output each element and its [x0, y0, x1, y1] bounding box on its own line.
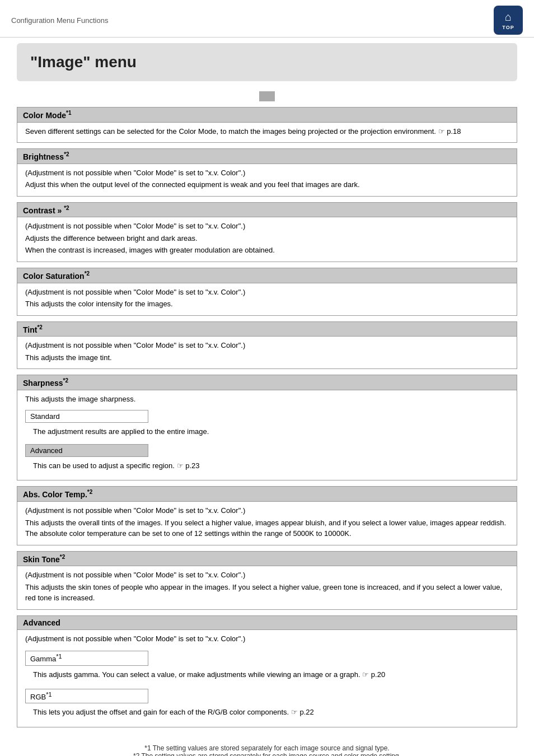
abs-color-temp-line2: This adjusts the overall tints of the im… [25, 517, 509, 539]
brightness-line2: Adjust this when the output level of the… [25, 179, 509, 190]
advanced-sharpness-text: This can be used to adjust a specific re… [33, 460, 501, 472]
section-header-skin-tone: Skin Tone*2 [17, 551, 517, 567]
subsection-header-advanced: Advanced [25, 444, 148, 457]
tint-line2: This adjusts the image tint. [25, 352, 509, 363]
subsection-gamma: Gamma*1 This adjusts gamma. You can sele… [25, 648, 509, 683]
section-body-tint: (Adjustment is not possible when "Color … [17, 337, 517, 369]
contrast-line2: Adjusts the difference between bright an… [25, 233, 509, 244]
gray-rect-indicator [259, 91, 275, 101]
section-body-skin-tone: (Adjustment is not possible when "Color … [17, 566, 517, 610]
note-icon4: ☞ [291, 708, 298, 716]
logo-text: TOP [502, 25, 514, 30]
color-saturation-line2: This adjusts the color intensity for the… [25, 298, 509, 310]
section-body-abs-color-temp: (Adjustment is not possible when "Color … [17, 502, 517, 545]
section-header-tint: Tint*2 [17, 321, 517, 337]
section-skin-tone: Skin Tone*2 (Adjustment is not possible … [17, 551, 517, 610]
section-brightness: Brightness*2 (Adjustment is not possible… [17, 148, 517, 197]
subsection-body-advanced: This can be used to adjust a specific re… [25, 458, 509, 475]
home-icon: ⌂ [505, 11, 512, 24]
subsection-header-standard: Standard [25, 410, 148, 423]
subsection-header-rgb: RGB*1 [25, 689, 148, 703]
top-logo: ⌂ TOP [494, 6, 523, 35]
section-body-advanced: (Adjustment is not possible when "Color … [17, 630, 517, 727]
sharpness-subsections: Standard The adjustment results are appl… [25, 408, 509, 474]
section-header-abs-color-temp: Abs. Color Temp.*2 [17, 486, 517, 502]
skin-tone-line1: (Adjustment is not possible when "Color … [25, 570, 509, 581]
section-color-saturation: Color Saturation*2 (Adjustment is not po… [17, 268, 517, 316]
contrast-line1: (Adjustment is not possible when "Color … [25, 221, 509, 232]
section-header-contrast: Contrast » *2 [17, 202, 517, 218]
main-content: "Image" menu Color Mode*1 Seven differen… [0, 38, 534, 756]
color-saturation-line1: (Adjustment is not possible when "Color … [25, 287, 509, 298]
subsection-rgb: RGB*1 This lets you adjust the offset an… [25, 684, 509, 721]
skin-tone-line2: This adjusts the skin tones of people wh… [25, 582, 509, 604]
subsection-body-standard: The adjustment results are applied to th… [25, 424, 509, 441]
breadcrumb: Configuration Menu Functions [11, 16, 108, 25]
section-advanced: Advanced (Adjustment is not possible whe… [17, 615, 517, 727]
subsection-advanced: Advanced This can be used to adjust a sp… [25, 442, 509, 475]
subsection-header-gamma: Gamma*1 [25, 651, 148, 665]
abs-color-temp-line1: (Adjustment is not possible when "Color … [25, 505, 509, 516]
contrast-line3: When the contrast is increased, images w… [25, 245, 509, 256]
sharpness-intro: This adjusts the image sharpness. [25, 394, 509, 405]
footnote-1: *1 The setting values are stored separat… [17, 744, 517, 752]
section-abs-color-temp: Abs. Color Temp.*2 (Adjustment is not po… [17, 486, 517, 545]
section-body-contrast: (Adjustment is not possible when "Color … [17, 217, 517, 262]
section-sharpness: Sharpness*2 This adjusts the image sharp… [17, 375, 517, 480]
footnote-2: *2 The setting values are stored separat… [17, 752, 517, 756]
section-body-sharpness: This adjusts the image sharpness. Standa… [17, 390, 517, 481]
section-header-color-mode: Color Mode*1 [17, 107, 517, 123]
section-tint: Tint*2 (Adjustment is not possible when … [17, 321, 517, 370]
gamma-text: This adjusts gamma. You can select a val… [33, 669, 501, 680]
top-bar: Configuration Menu Functions ⌂ TOP [0, 0, 534, 38]
section-body-color-mode: Seven different settings can be selected… [17, 123, 517, 143]
note-icon2: ☞ [177, 461, 184, 470]
note-icon3: ☞ [362, 670, 369, 679]
subsection-body-rgb: This lets you adjust the offset and gain… [25, 704, 509, 721]
section-header-sharpness: Sharpness*2 [17, 375, 517, 390]
section-body-color-saturation: (Adjustment is not possible when "Color … [17, 283, 517, 316]
page-title: "Image" menu [30, 53, 137, 71]
section-header-advanced: Advanced [17, 615, 517, 630]
section-body-brightness: (Adjustment is not possible when "Color … [17, 164, 517, 197]
advanced-line1: (Adjustment is not possible when "Color … [25, 633, 509, 645]
page-title-box: "Image" menu [17, 43, 517, 81]
footnotes: *1 The setting values are stored separat… [17, 744, 517, 756]
section-color-mode: Color Mode*1 Seven different settings ca… [17, 107, 517, 143]
subsection-standard: Standard The adjustment results are appl… [25, 408, 509, 441]
tint-line1: (Adjustment is not possible when "Color … [25, 340, 509, 351]
note-icon: ☞ [438, 127, 445, 136]
contrast-sup: *2 [64, 205, 69, 211]
advanced-subsections: Gamma*1 This adjusts gamma. You can sele… [25, 648, 509, 721]
section-header-color-saturation: Color Saturation*2 [17, 268, 517, 283]
brightness-line1: (Adjustment is not possible when "Color … [25, 167, 509, 179]
color-mode-text: Seven different settings can be selected… [25, 126, 509, 137]
subsection-body-gamma: This adjusts gamma. You can select a val… [25, 667, 509, 684]
section-header-brightness: Brightness*2 [17, 148, 517, 164]
section-contrast: Contrast » *2 (Adjustment is not possibl… [17, 202, 517, 262]
rgb-text: This lets you adjust the offset and gain… [33, 707, 501, 718]
